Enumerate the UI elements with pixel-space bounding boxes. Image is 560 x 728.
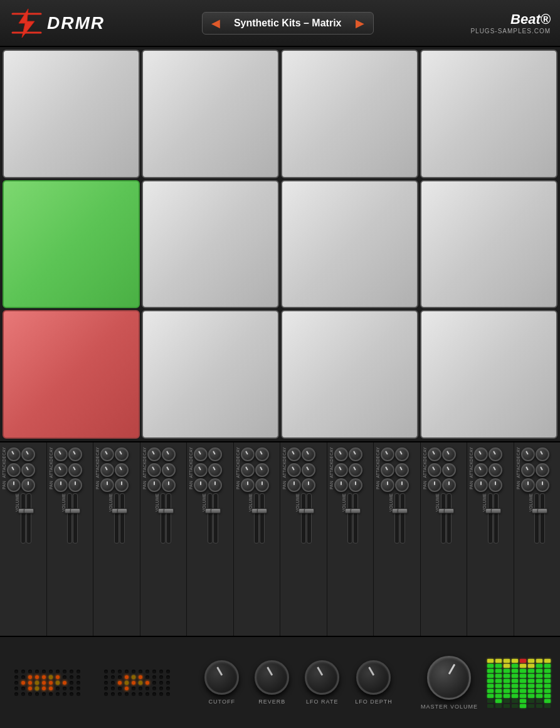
volume-fader-9[interactable] bbox=[394, 493, 399, 543]
pan-knob-7b[interactable] bbox=[302, 478, 315, 492]
decay-knob-4b[interactable] bbox=[162, 447, 176, 461]
decay-knob-11b[interactable] bbox=[489, 447, 502, 461]
pad-3[interactable] bbox=[281, 50, 418, 178]
pan-knob-2b[interactable] bbox=[68, 478, 82, 492]
attack-knob-1b[interactable] bbox=[21, 463, 35, 477]
decay-knob-7a[interactable] bbox=[287, 447, 301, 461]
volume-fader-3b[interactable] bbox=[120, 493, 125, 543]
pan-knob-3a[interactable] bbox=[100, 478, 114, 492]
attack-knob-1a[interactable] bbox=[7, 463, 21, 477]
attack-knob-3b[interactable] bbox=[115, 463, 129, 477]
attack-knob-10b[interactable] bbox=[442, 463, 456, 477]
decay-knob-3a[interactable] bbox=[100, 447, 114, 461]
volume-fader-8b[interactable] bbox=[353, 493, 358, 543]
pan-knob-8a[interactable] bbox=[334, 478, 348, 492]
attack-knob-5b[interactable] bbox=[208, 463, 222, 477]
decay-knob-8b[interactable] bbox=[349, 447, 362, 461]
volume-fader-1b[interactable] bbox=[26, 493, 31, 543]
attack-knob-2a[interactable] bbox=[54, 463, 68, 477]
volume-fader-6b[interactable] bbox=[260, 493, 265, 543]
volume-fader-11b[interactable] bbox=[494, 493, 499, 543]
pan-knob-5a[interactable] bbox=[194, 478, 208, 492]
attack-knob-12a[interactable] bbox=[521, 463, 535, 477]
decay-knob-6a[interactable] bbox=[241, 447, 255, 461]
attack-knob-10a[interactable] bbox=[428, 463, 441, 477]
attack-knob-4b[interactable] bbox=[162, 463, 176, 477]
pan-knob-11b[interactable] bbox=[489, 478, 502, 492]
kit-prev-button[interactable]: ◀ bbox=[211, 16, 220, 30]
decay-knob-5a[interactable] bbox=[194, 447, 208, 461]
pad-9[interactable] bbox=[3, 310, 140, 439]
pan-knob-1b[interactable] bbox=[21, 478, 35, 492]
pan-knob-10b[interactable] bbox=[442, 478, 456, 492]
volume-fader-5[interactable] bbox=[208, 493, 213, 543]
decay-knob-2a[interactable] bbox=[54, 447, 68, 461]
reverb-knob[interactable] bbox=[255, 660, 289, 695]
pan-knob-8b[interactable] bbox=[349, 478, 362, 492]
pan-knob-5b[interactable] bbox=[208, 478, 222, 492]
attack-knob-7a[interactable] bbox=[287, 463, 301, 477]
decay-knob-5b[interactable] bbox=[208, 447, 222, 461]
volume-fader-2b[interactable] bbox=[73, 493, 78, 543]
volume-fader-8[interactable] bbox=[347, 493, 352, 543]
pad-10[interactable] bbox=[142, 310, 279, 439]
decay-knob-10b[interactable] bbox=[442, 447, 456, 461]
decay-knob-4a[interactable] bbox=[147, 447, 161, 461]
decay-knob-1a[interactable] bbox=[7, 447, 21, 461]
pad-6[interactable] bbox=[142, 180, 279, 309]
volume-fader-5b[interactable] bbox=[213, 493, 218, 543]
attack-knob-2b[interactable] bbox=[68, 463, 82, 477]
volume-fader-4[interactable] bbox=[161, 493, 166, 543]
volume-fader-12[interactable] bbox=[534, 493, 539, 543]
pan-knob-6a[interactable] bbox=[241, 478, 255, 492]
pad-1[interactable] bbox=[3, 50, 140, 178]
decay-knob-11a[interactable] bbox=[474, 447, 488, 461]
pan-knob-4a[interactable] bbox=[147, 478, 161, 492]
decay-knob-1b[interactable] bbox=[21, 447, 35, 461]
decay-knob-12b[interactable] bbox=[536, 447, 549, 461]
volume-fader-10b[interactable] bbox=[446, 493, 452, 543]
attack-knob-7b[interactable] bbox=[302, 463, 315, 477]
pan-knob-3b[interactable] bbox=[115, 478, 129, 492]
pan-knob-9a[interactable] bbox=[381, 478, 394, 492]
decay-knob-10a[interactable] bbox=[428, 447, 441, 461]
attack-knob-11b[interactable] bbox=[489, 463, 502, 477]
attack-knob-8b[interactable] bbox=[349, 463, 362, 477]
pad-2[interactable] bbox=[142, 50, 279, 178]
pad-12[interactable] bbox=[420, 310, 557, 439]
attack-knob-6a[interactable] bbox=[241, 463, 255, 477]
pad-11[interactable] bbox=[281, 310, 418, 439]
attack-knob-12b[interactable] bbox=[536, 463, 549, 477]
pan-knob-10a[interactable] bbox=[428, 478, 441, 492]
pan-knob-2a[interactable] bbox=[54, 478, 68, 492]
decay-knob-9a[interactable] bbox=[381, 447, 394, 461]
pan-knob-11a[interactable] bbox=[474, 478, 488, 492]
decay-knob-12a[interactable] bbox=[521, 447, 535, 461]
decay-knob-7b[interactable] bbox=[302, 447, 315, 461]
attack-knob-8a[interactable] bbox=[334, 463, 348, 477]
volume-fader-10[interactable] bbox=[441, 493, 446, 543]
decay-knob-2b[interactable] bbox=[68, 447, 82, 461]
attack-knob-9a[interactable] bbox=[381, 463, 394, 477]
volume-fader-1[interactable] bbox=[21, 493, 26, 543]
pad-4[interactable] bbox=[420, 50, 557, 178]
volume-fader-2[interactable] bbox=[67, 493, 72, 543]
attack-knob-9b[interactable] bbox=[395, 463, 409, 477]
attack-knob-4a[interactable] bbox=[147, 463, 161, 477]
kit-next-button[interactable]: ▶ bbox=[356, 16, 364, 30]
pan-knob-12a[interactable] bbox=[521, 478, 535, 492]
pan-knob-1a[interactable] bbox=[7, 478, 21, 492]
attack-knob-11a[interactable] bbox=[474, 463, 488, 477]
volume-fader-6[interactable] bbox=[254, 493, 259, 543]
volume-fader-12b[interactable] bbox=[540, 493, 545, 543]
decay-knob-3b[interactable] bbox=[115, 447, 129, 461]
decay-knob-9b[interactable] bbox=[395, 447, 409, 461]
attack-knob-6b[interactable] bbox=[255, 463, 269, 477]
volume-fader-11[interactable] bbox=[488, 493, 493, 543]
volume-fader-9b[interactable] bbox=[400, 493, 405, 543]
pan-knob-12b[interactable] bbox=[536, 478, 549, 492]
cutoff-knob[interactable] bbox=[204, 660, 239, 695]
master-volume-knob[interactable] bbox=[427, 656, 471, 700]
decay-knob-8a[interactable] bbox=[334, 447, 348, 461]
pan-knob-9b[interactable] bbox=[395, 478, 409, 492]
